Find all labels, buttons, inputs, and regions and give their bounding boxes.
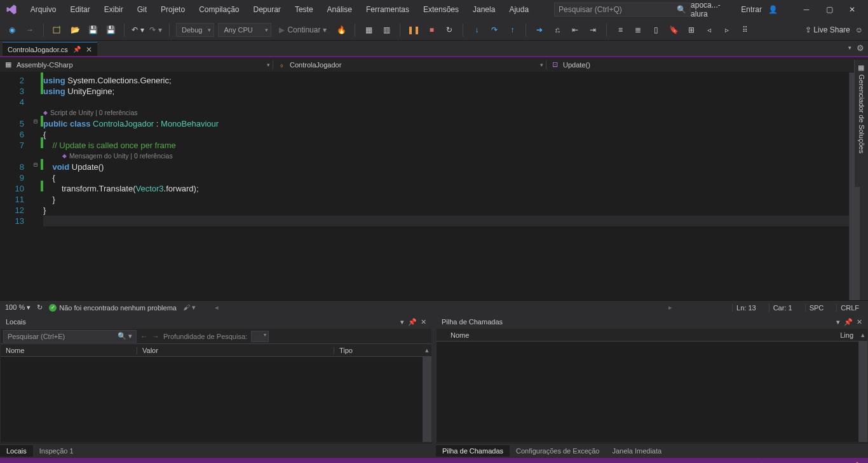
menu-analise[interactable]: Análise bbox=[321, 3, 358, 17]
minimize-button[interactable]: ─ bbox=[796, 1, 817, 18]
tab-locais[interactable]: Locais bbox=[0, 445, 33, 457]
indent-more-button[interactable]: ≣ bbox=[631, 23, 645, 37]
user-icon[interactable]: 👤 bbox=[768, 5, 778, 14]
locals-col-type[interactable]: Tipo bbox=[334, 347, 423, 354]
show-next-statement-button[interactable]: ➔ bbox=[532, 23, 546, 37]
restart-button[interactable]: ↻ bbox=[442, 23, 456, 37]
step-into-button[interactable]: ↓ bbox=[470, 23, 484, 37]
indent-less-button[interactable]: ≡ bbox=[613, 23, 627, 37]
menu-editar[interactable]: Editar bbox=[64, 3, 96, 17]
zoom-level[interactable]: 100 % ▾ bbox=[5, 303, 31, 312]
solution-explorer-tab[interactable]: ▦Gerenciador de Soluções bbox=[854, 60, 868, 187]
menu-git[interactable]: Git bbox=[131, 3, 153, 17]
problems-indicator[interactable]: ✓Não foi encontrado nenhum problema bbox=[49, 304, 177, 312]
attach-unity-button[interactable]: ▦ bbox=[362, 23, 376, 37]
bookmark-next-button[interactable]: ▹ bbox=[720, 23, 734, 37]
tab-janela-imediata[interactable]: Janela Imediata bbox=[606, 445, 668, 457]
bookmark-button[interactable]: 🔖 bbox=[667, 23, 681, 37]
callstack-col-lang[interactable]: Ling bbox=[833, 331, 858, 339]
nav-member[interactable]: ⊡ Update() ▾ bbox=[546, 60, 868, 69]
debug-target-button[interactable]: ▥ bbox=[379, 23, 393, 37]
codelens-class[interactable]: ◆Script de Unity | 0 referências bbox=[43, 107, 849, 118]
continue-button[interactable]: ▶Continuar ▾ bbox=[275, 25, 330, 34]
liveshare-button[interactable]: ⇪ Live Share bbox=[805, 25, 850, 34]
search-next-icon[interactable]: → bbox=[152, 332, 159, 341]
panel-dropdown-icon[interactable]: ▾ bbox=[400, 318, 404, 326]
pause-button[interactable]: ❚❚ bbox=[407, 23, 421, 37]
tab-excecao[interactable]: Configurações de Exceção bbox=[510, 445, 606, 457]
locals-scrollbar[interactable] bbox=[423, 357, 431, 442]
locals-col-value[interactable]: Valor bbox=[137, 347, 334, 354]
pin-icon[interactable]: 📌 bbox=[73, 46, 81, 53]
tab-settings-icon[interactable]: ⚙ bbox=[857, 43, 864, 53]
save-button[interactable]: 💾 bbox=[86, 23, 100, 37]
nav-forward-button[interactable]: → bbox=[23, 23, 37, 37]
codelens-method[interactable]: ◆Mensagem do Unity | 0 referências bbox=[43, 151, 849, 162]
indent-mode[interactable]: SPC bbox=[805, 304, 828, 312]
tab-pilha[interactable]: Pilha de Chamadas bbox=[436, 445, 510, 457]
line-ending[interactable]: CRLF bbox=[836, 304, 863, 312]
panel-pin-icon[interactable]: 📌 bbox=[408, 318, 417, 326]
panel-dropdown-icon[interactable]: ▾ bbox=[836, 318, 840, 326]
new-item-button[interactable]: + bbox=[50, 23, 64, 37]
menu-teste[interactable]: Teste bbox=[288, 3, 320, 17]
step-out-button[interactable]: ↑ bbox=[505, 23, 519, 37]
menu-exibir[interactable]: Exibir bbox=[98, 3, 130, 17]
statusbar: ▭ Pronto ↑↓ 0 / 0 ▴ ✎ 99+ ⎇ master ▴ ▣ D… bbox=[0, 458, 868, 463]
maximize-button[interactable]: ▢ bbox=[818, 1, 840, 18]
menu-ferramentas[interactable]: Ferramentas bbox=[360, 3, 416, 17]
health-icon[interactable]: 🖌 ▾ bbox=[183, 303, 196, 312]
tab-overflow-icon[interactable]: ▾ bbox=[848, 45, 851, 51]
depth-dropdown[interactable] bbox=[251, 331, 269, 342]
close-tab-icon[interactable]: ✕ bbox=[86, 45, 92, 54]
panel-close-icon[interactable]: ✕ bbox=[421, 318, 426, 326]
bookmark-list-button[interactable]: ⊞ bbox=[684, 23, 698, 37]
tab-inspecao[interactable]: Inspeção 1 bbox=[33, 445, 80, 457]
close-window-button[interactable]: ✕ bbox=[841, 1, 863, 18]
refresh-icon[interactable]: ↻ bbox=[37, 303, 43, 312]
file-tab-active[interactable]: ControlaJogador.cs 📌 ✕ bbox=[3, 42, 97, 56]
undo-button[interactable]: ↶ ▾ bbox=[131, 23, 145, 37]
code-editor[interactable]: using System.Collections.Generic;using U… bbox=[43, 73, 849, 300]
nav-class[interactable]: ⬨ ControlaJogador ▾ bbox=[273, 60, 546, 69]
save-all-button[interactable]: 💾 bbox=[104, 23, 118, 37]
callstack-scrollbar[interactable] bbox=[858, 342, 867, 442]
panel-pin-icon[interactable]: 📌 bbox=[844, 318, 853, 326]
fold-method-icon[interactable]: ⊟ bbox=[31, 159, 41, 170]
main-menu: Arquivo Editar Exibir Git Projeto Compil… bbox=[24, 3, 535, 17]
step-fwd-button[interactable]: ⇥ bbox=[586, 23, 600, 37]
signin-button[interactable]: Entrar bbox=[741, 5, 762, 14]
menu-arquivo[interactable]: Arquivo bbox=[24, 3, 63, 17]
intellitrace-button[interactable]: ⎌ bbox=[550, 23, 564, 37]
file-tabstrip: ControlaJogador.cs 📌 ✕ ▾ ⚙ bbox=[0, 41, 868, 56]
menu-compilacao[interactable]: Compilação bbox=[193, 3, 245, 17]
bookmark-prev-button[interactable]: ◃ bbox=[702, 23, 716, 37]
menu-extensoes[interactable]: Extensões bbox=[417, 3, 465, 17]
step-back-button[interactable]: ⇤ bbox=[568, 23, 582, 37]
redo-button[interactable]: ↷ ▾ bbox=[149, 23, 163, 37]
step-over-button[interactable]: ↷ bbox=[487, 23, 501, 37]
locals-search-input[interactable]: Pesquisar (Ctrl+E) 🔍 ▾ bbox=[3, 330, 137, 343]
menu-janela[interactable]: Janela bbox=[466, 3, 501, 17]
menu-projeto[interactable]: Projeto bbox=[154, 3, 191, 17]
solution-config-dropdown[interactable]: Debug bbox=[176, 23, 214, 37]
platform-dropdown[interactable]: Any CPU bbox=[218, 23, 271, 37]
fold-class-icon[interactable]: ⊟ bbox=[31, 116, 41, 127]
menu-depurar[interactable]: Depurar bbox=[247, 3, 287, 17]
callstack-col-name[interactable]: Nome bbox=[445, 331, 833, 339]
search-placeholder: Pesquisar (Ctrl+Q) bbox=[559, 5, 677, 14]
feedback-icon[interactable]: ☺ bbox=[855, 25, 863, 34]
open-folder-button[interactable]: 📂 bbox=[68, 23, 82, 37]
panel-close-icon[interactable]: ✕ bbox=[857, 318, 862, 326]
nav-back-button[interactable]: ◉ bbox=[5, 23, 19, 37]
search-input[interactable]: Pesquisar (Ctrl+Q) 🔍 bbox=[554, 3, 691, 17]
comment-button[interactable]: ▯ bbox=[649, 23, 663, 37]
search-prev-icon[interactable]: ← bbox=[140, 332, 148, 341]
stop-button[interactable]: ■ bbox=[424, 23, 438, 37]
nav-assembly[interactable]: ▦ Assembly-CSharp ▾ bbox=[0, 60, 273, 69]
locals-col-name[interactable]: Nome bbox=[1, 347, 137, 354]
toggle-suggestions-button[interactable]: ⠿ bbox=[738, 23, 752, 37]
hot-reload-button[interactable]: 🔥 bbox=[334, 23, 348, 37]
horizontal-scroll[interactable]: ◂▸ bbox=[215, 303, 672, 312]
menu-ajuda[interactable]: Ajuda bbox=[503, 3, 535, 17]
